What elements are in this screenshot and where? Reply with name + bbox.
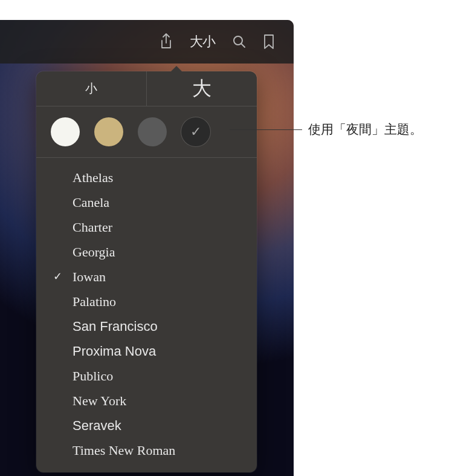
theme-row: ✓ <box>36 106 257 158</box>
app-toolbar: 大小 <box>0 20 294 64</box>
theme-night-button[interactable]: ✓ <box>181 117 210 146</box>
callout-line <box>230 129 302 130</box>
appearance-popover: 小 大 ✓ AthelasCanelaCharterGeorgiaIowanPa… <box>36 71 257 472</box>
search-icon[interactable] <box>232 34 247 49</box>
font-option[interactable]: Palatino <box>36 289 257 314</box>
bookmark-icon[interactable] <box>263 34 274 50</box>
font-list: AthelasCanelaCharterGeorgiaIowanPalatino… <box>36 158 257 463</box>
font-option[interactable]: Athelas <box>36 165 257 190</box>
font-option[interactable]: Proxima Nova <box>36 339 257 364</box>
font-option[interactable]: New York <box>36 388 257 413</box>
theme-white-button[interactable] <box>51 117 80 146</box>
font-option[interactable]: Publico <box>36 364 257 388</box>
font-option[interactable]: Canela <box>36 190 257 215</box>
font-option[interactable]: Iowan <box>36 264 257 289</box>
theme-gray-button[interactable] <box>138 117 167 146</box>
font-option[interactable]: Times New Roman <box>36 438 257 463</box>
checkmark-icon: ✓ <box>190 124 201 140</box>
font-option[interactable]: Charter <box>36 215 257 240</box>
share-icon[interactable] <box>160 33 173 50</box>
font-option[interactable]: San Francisco <box>36 314 257 339</box>
text-size-row: 小 大 <box>36 71 257 106</box>
callout-text: 使用「夜間」主題。 <box>308 121 422 138</box>
text-smaller-button[interactable]: 小 <box>36 71 147 106</box>
font-option[interactable]: Georgia <box>36 240 257 264</box>
text-size-button[interactable]: 大小 <box>190 33 215 51</box>
theme-sepia-button[interactable] <box>94 117 123 146</box>
text-larger-button[interactable]: 大 <box>147 71 257 106</box>
font-option[interactable]: Seravek <box>36 413 257 438</box>
